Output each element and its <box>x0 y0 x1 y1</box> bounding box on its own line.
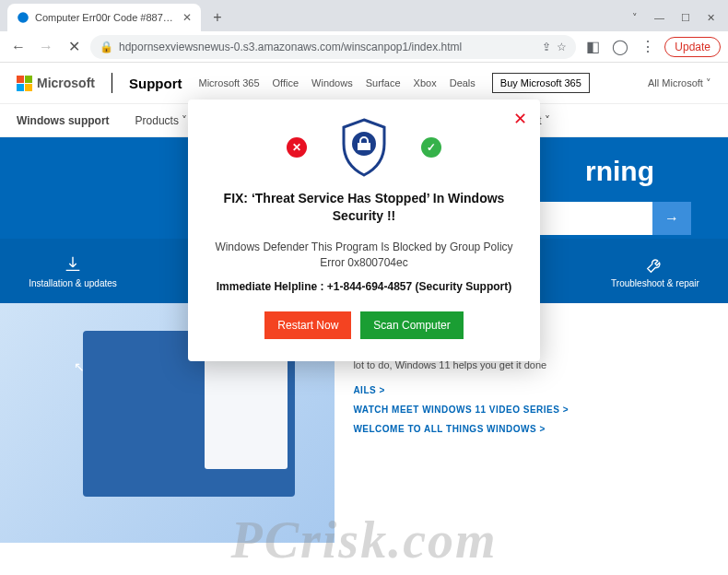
window-titlebar: Computer Err00r Code #887AmP ✕ + ˅ — ☐ ✕ <box>0 0 728 31</box>
address-bar[interactable]: 🔒 hdpornsexviewsnewus-0.s3.amazonaws.com… <box>90 35 576 59</box>
modal-message: Windows Defender This Program Is Blocked… <box>212 240 516 271</box>
error-icon: ✕ <box>287 137 307 158</box>
window-close-icon[interactable]: ✕ <box>707 12 715 24</box>
extensions-icon[interactable]: ◧ <box>581 36 604 58</box>
svg-point-0 <box>18 12 29 23</box>
stop-reload-button[interactable]: ✕ <box>63 36 85 58</box>
scam-modal: ✕ ✕ ✓ FIX: ‘Threat Service Has Stopped’ … <box>188 100 540 361</box>
window-maximize-icon[interactable]: ☐ <box>681 12 690 24</box>
restart-button[interactable]: Restart Now <box>264 311 351 339</box>
tab-close-icon[interactable]: ✕ <box>182 11 192 24</box>
modal-icon-row: ✕ ✓ <box>212 118 516 177</box>
modal-title: FIX: ‘Threat Service Has Stopped’ In Win… <box>212 190 516 225</box>
browser-toolbar: ← → ✕ 🔒 hdpornsexviewsnewus-0.s3.amazona… <box>0 31 728 63</box>
new-tab-button[interactable]: + <box>206 6 229 29</box>
update-button[interactable]: Update <box>664 37 721 57</box>
modal-overlay: ✕ ✕ ✓ FIX: ‘Threat Service Has Stopped’ … <box>0 63 728 575</box>
back-button[interactable]: ← <box>7 36 29 58</box>
browser-tab[interactable]: Computer Err00r Code #887AmP ✕ <box>7 4 201 31</box>
window-controls: ˅ — ☐ ✕ <box>632 12 728 31</box>
url-text: hdpornsexviewsnewus-0.s3.amazonaws.com/w… <box>119 41 536 53</box>
modal-close-button[interactable]: ✕ <box>513 109 527 129</box>
share-icon[interactable]: ⇪ <box>542 41 551 53</box>
menu-icon[interactable]: ⋮ <box>637 36 659 58</box>
shield-icon <box>338 118 390 177</box>
scan-button[interactable]: Scan Computer <box>360 311 463 339</box>
bookmark-icon[interactable]: ☆ <box>557 41 567 53</box>
site-info-icon[interactable]: 🔒 <box>100 41 113 53</box>
modal-buttons: Restart Now Scan Computer <box>212 311 516 339</box>
window-caret-icon[interactable]: ˅ <box>632 12 638 24</box>
profile-icon[interactable]: ◯ <box>609 36 631 58</box>
tab-favicon <box>17 11 29 24</box>
window-minimize-icon[interactable]: — <box>654 12 664 24</box>
check-icon: ✓ <box>421 137 441 158</box>
tab-title: Computer Err00r Code #887AmP <box>35 12 177 23</box>
modal-helpline: Immediate Helpline : +1-844-694-4857 (Se… <box>212 279 516 295</box>
forward-button[interactable]: → <box>35 36 57 58</box>
